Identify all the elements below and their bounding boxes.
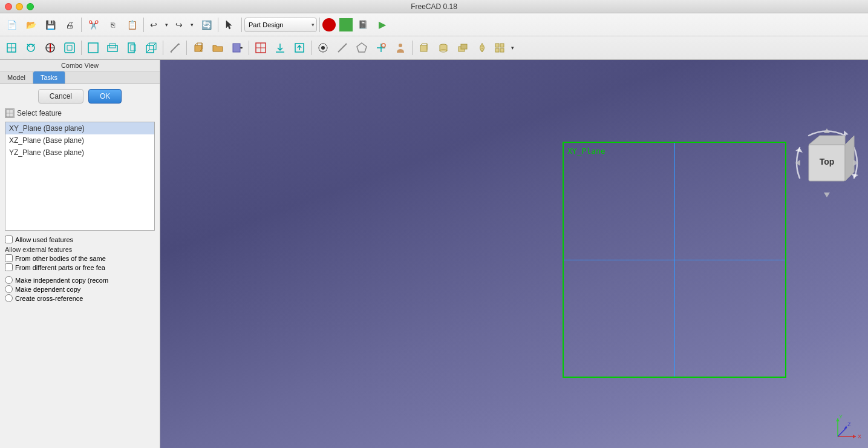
radio-cross-reference[interactable] <box>5 294 13 302</box>
circle-dot-icon <box>317 42 329 54</box>
upload-button[interactable] <box>290 39 308 57</box>
more-shapes-icon <box>494 42 506 54</box>
axes-button[interactable] <box>372 39 390 57</box>
view-top-button[interactable] <box>103 39 122 57</box>
svg-rect-54 <box>500 48 504 52</box>
allow-used-features-checkbox[interactable] <box>5 236 13 243</box>
minimize-button[interactable] <box>16 3 23 10</box>
toolbar-row-2: ▾ <box>0 36 868 59</box>
from-different-parts-checkbox[interactable] <box>5 263 13 271</box>
toolbar-separator-5 <box>319 18 320 32</box>
part-box-button[interactable] <box>189 39 207 57</box>
view-front-button[interactable] <box>84 39 102 57</box>
radio-dependent[interactable] <box>5 285 13 293</box>
select-feature-icon <box>5 108 15 118</box>
part-import-button[interactable] <box>228 39 246 57</box>
redo-button[interactable]: ↪ <box>172 16 186 34</box>
view-sep-2 <box>163 41 163 55</box>
revolve-button[interactable] <box>473 39 491 57</box>
view-front-icon <box>87 42 99 54</box>
save-button[interactable]: 💾 <box>41 16 59 34</box>
svg-line-35 <box>338 44 347 52</box>
box-shape-button[interactable] <box>415 39 433 57</box>
from-other-bodies-checkbox[interactable] <box>5 254 13 262</box>
svg-point-40 <box>399 44 402 47</box>
notebook-button[interactable]: 📓 <box>354 16 372 34</box>
extrude-button[interactable] <box>454 39 472 57</box>
person-icon <box>394 42 406 54</box>
home-view-button[interactable] <box>60 39 79 57</box>
print-button[interactable]: 🖨 <box>60 16 79 34</box>
tab-tasks[interactable]: Tasks <box>33 71 65 84</box>
view-sep-3 <box>186 41 187 55</box>
ok-button[interactable]: OK <box>88 89 122 104</box>
cylinder-button[interactable] <box>434 39 452 57</box>
upload-icon <box>293 42 305 54</box>
undo-button[interactable]: ↩ <box>146 16 161 34</box>
svg-rect-10 <box>88 43 98 53</box>
svg-marker-63 <box>824 128 830 133</box>
shapes-dropdown-arrow[interactable]: ▾ <box>508 39 517 57</box>
more-tools-button[interactable] <box>518 39 536 57</box>
refresh-button[interactable]: 🔄 <box>197 16 215 34</box>
copy-button[interactable]: ⎘ <box>103 16 122 34</box>
undo-dropdown[interactable]: ▾ <box>162 16 171 34</box>
svg-rect-53 <box>495 48 499 52</box>
green-rect-button[interactable] <box>339 18 353 31</box>
axes-icon <box>375 42 387 54</box>
line-icon <box>336 42 348 54</box>
part-sep-1 <box>249 41 249 55</box>
play-button[interactable]: ▶ <box>373 16 391 34</box>
measure-button[interactable] <box>166 39 184 57</box>
open-button[interactable]: 📂 <box>22 16 40 34</box>
allow-used-features-row: Allow used features <box>5 236 155 243</box>
cursor-icon <box>224 19 235 30</box>
fit-all-button[interactable] <box>2 39 21 57</box>
plane-item-xz[interactable]: XZ_Plane (Base plane) <box>5 134 154 147</box>
plane-item-xy[interactable]: XY_Plane (Base plane) <box>5 122 154 134</box>
fit-selection-button[interactable] <box>22 39 40 57</box>
stop-button[interactable] <box>322 18 336 31</box>
viewport[interactable]: XY_Plane Top <box>160 60 868 448</box>
svg-rect-49 <box>461 44 467 49</box>
sketch-button[interactable] <box>252 39 270 57</box>
workbench-selector[interactable]: Part Design <box>244 18 317 32</box>
circle-dot-button[interactable] <box>314 39 332 57</box>
more-shapes-button[interactable] <box>492 39 507 57</box>
svg-point-33 <box>321 46 325 50</box>
allow-external-features-label: Allow external features <box>5 246 155 253</box>
paste-button[interactable]: 📋 <box>123 16 141 34</box>
line-button[interactable] <box>333 39 351 57</box>
measure-icon <box>169 42 181 54</box>
part-folder-button[interactable] <box>209 39 227 57</box>
maximize-button[interactable] <box>27 3 34 10</box>
toolbar-separator-4 <box>241 18 242 32</box>
allow-used-features-label: Allow used features <box>15 236 73 243</box>
svg-marker-68 <box>853 435 856 438</box>
tab-model[interactable]: Model <box>0 71 33 84</box>
cursor-button[interactable] <box>221 16 239 34</box>
view-perspective-button[interactable] <box>142 39 160 57</box>
polygon-button[interactable] <box>353 39 371 57</box>
radio-independent[interactable] <box>5 276 13 284</box>
person-button[interactable] <box>391 39 410 57</box>
from-different-parts-label: From different parts or free fea <box>15 264 105 271</box>
view-right-button[interactable] <box>123 39 141 57</box>
filter-button[interactable] <box>41 39 59 57</box>
radio-dependent-label: Make dependent copy <box>15 286 80 293</box>
plane-item-yz[interactable]: YZ_Plane (Base plane) <box>5 147 154 159</box>
new-button[interactable]: 📄 <box>2 16 21 34</box>
combo-view-label: Combo View <box>0 60 160 71</box>
shapes-dropdown-group: ▾ <box>492 39 517 57</box>
redo-dropdown[interactable]: ▾ <box>188 16 196 34</box>
view-perspective-icon <box>145 42 157 54</box>
download-button[interactable] <box>271 39 289 57</box>
toolbar-separator-3 <box>218 18 218 32</box>
view-sep-1 <box>81 41 82 55</box>
cancel-button[interactable]: Cancel <box>38 89 83 104</box>
toolbar-row-1: 📄 📂 💾 🖨 ✂️ ⎘ 📋 ↩ ▾ ↪ ▾ 🔄 Part Design <box>0 13 868 36</box>
radio-cross-reference-label: Create cross-reference <box>15 295 83 302</box>
svg-text:Top: Top <box>820 157 835 166</box>
cut-button[interactable]: ✂️ <box>84 16 102 34</box>
close-button[interactable] <box>5 3 12 10</box>
